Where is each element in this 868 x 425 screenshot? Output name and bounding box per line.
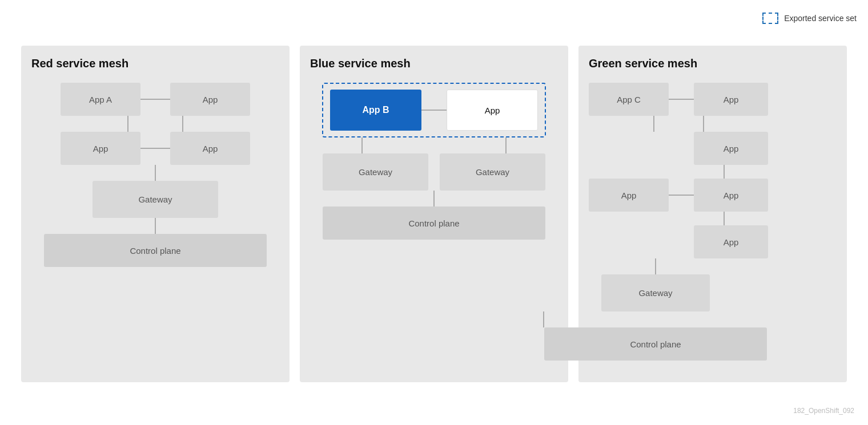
green-h-line-mid	[669, 195, 694, 196]
green-vline-extra2-wrap	[694, 212, 768, 225]
green-vline-extra1	[724, 165, 725, 179]
red-h-line-top	[140, 99, 170, 100]
red-app-top-right: App	[170, 83, 250, 116]
red-vline-right-top	[182, 116, 183, 132]
red-vlines1	[61, 116, 250, 132]
red-h-line-mid	[140, 148, 170, 149]
blue-h-line-top	[421, 110, 447, 111]
blue-mesh-title: Blue service mesh	[310, 57, 558, 70]
green-mesh-panel: Green service mesh App C App	[578, 46, 847, 382]
green-mesh-title: Green service mesh	[589, 57, 837, 70]
red-app-mid-left: App	[61, 132, 140, 165]
green-control-plane: Control plane	[544, 327, 767, 361]
meshes-row: Red service mesh App A App	[11, 46, 857, 382]
red-mesh-layout: App A App App	[31, 83, 279, 267]
legend: Exported service set	[762, 13, 857, 24]
green-vline-gw-cp	[543, 311, 544, 327]
blue-gateway-left: Gateway	[323, 153, 428, 191]
blue-app-b: App B	[330, 90, 421, 131]
green-gateway: Gateway	[601, 274, 710, 311]
watermark: 182_OpenShift_092	[793, 407, 854, 415]
green-vline-right-top	[703, 116, 704, 132]
blue-vline-gw-cp	[433, 191, 435, 207]
red-vline-mid-gw-wrapper	[61, 165, 250, 181]
red-app-a: App A	[61, 83, 140, 116]
blue-gateway-right: Gateway	[440, 153, 545, 191]
green-app-extra2: App	[694, 225, 768, 258]
red-top-row: App A App	[61, 83, 250, 116]
red-mesh-panel: Red service mesh App A App	[21, 46, 290, 382]
red-vline-gw-cp	[155, 218, 156, 234]
red-app-mid-right: App	[170, 132, 250, 165]
green-vlines1	[589, 116, 768, 132]
green-h-line-top	[669, 99, 694, 100]
green-app-top-right: App	[694, 83, 768, 116]
blue-mesh-panel: Blue service mesh App B App	[300, 46, 568, 382]
green-app-extra1: App	[694, 179, 768, 212]
legend-exported-box	[762, 13, 778, 24]
red-mid-row: App App	[61, 132, 250, 165]
green-top-row: App C App	[589, 83, 768, 116]
green-app-c: App C	[589, 83, 669, 116]
blue-control-plane: Control plane	[323, 207, 545, 240]
legend-label: Exported service set	[784, 14, 857, 23]
blue-vline-right	[505, 137, 507, 153]
green-mid-row: App App App	[589, 132, 768, 258]
red-vline-mid-gw	[155, 165, 156, 181]
page-container: Exported service set Red service mesh Ap…	[0, 0, 868, 425]
green-vline-left-top	[653, 116, 654, 132]
red-control-plane: Control plane	[44, 234, 267, 267]
red-mesh-title: Red service mesh	[31, 57, 279, 70]
red-vline-left-top	[127, 116, 128, 132]
green-left-col: App C App App	[589, 83, 768, 361]
green-app-mid-right: App	[694, 132, 768, 165]
green-vline-extra2	[724, 212, 725, 225]
green-vline-extra1-wrap	[694, 165, 768, 179]
green-app-mid-left: App	[589, 179, 669, 212]
blue-vline-left	[361, 137, 363, 153]
blue-vlines1	[316, 137, 552, 153]
blue-app-top-right: App	[447, 90, 538, 131]
blue-gateways-row: Gateway Gateway	[323, 153, 545, 191]
blue-vline-gw-cp-wrapper	[323, 191, 545, 207]
exported-service-set: App B App	[322, 83, 546, 137]
blue-mesh-layout: App B App Gateway	[310, 83, 558, 240]
green-right-stack: App App App	[694, 132, 768, 258]
red-gateway: Gateway	[93, 181, 218, 218]
green-vline-mid-gw-wrap	[566, 258, 745, 274]
green-mesh-layout: App C App App	[589, 83, 837, 361]
green-vline-mid-gw	[655, 258, 656, 274]
